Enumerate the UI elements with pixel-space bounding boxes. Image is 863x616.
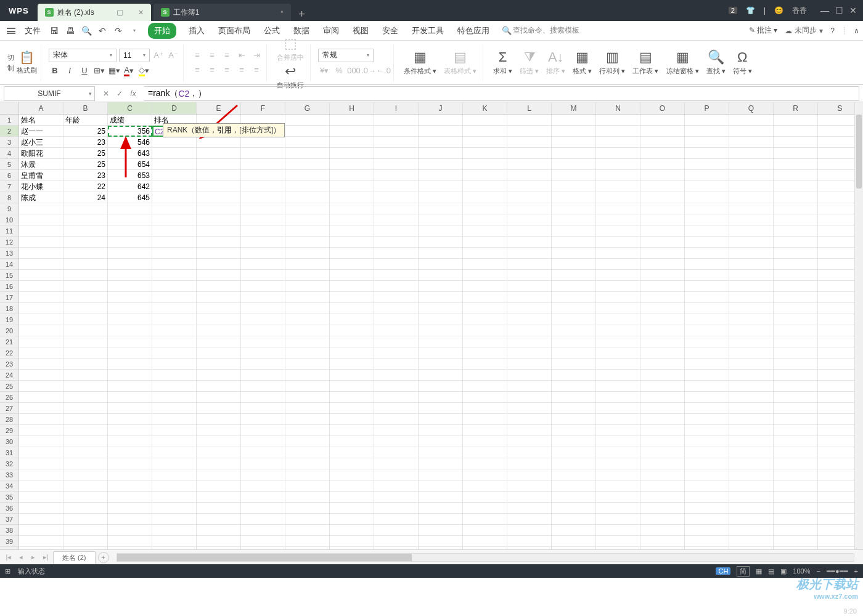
- cell-B1[interactable]: 年龄: [63, 115, 108, 126]
- cell-A21[interactable]: [19, 336, 63, 347]
- cell-N34[interactable]: [596, 480, 640, 492]
- cell-M25[interactable]: [552, 381, 596, 392]
- cell-N31[interactable]: [596, 447, 640, 458]
- cell-M33[interactable]: [552, 469, 596, 480]
- cell-I36[interactable]: [374, 503, 419, 514]
- cell-A24[interactable]: [19, 370, 63, 381]
- name-box[interactable]: SUMIF▾: [4, 86, 95, 101]
- row-header[interactable]: 21: [0, 336, 19, 347]
- cell-J7[interactable]: [419, 181, 463, 192]
- row-header[interactable]: 31: [0, 447, 19, 458]
- close-window-icon[interactable]: ✕: [849, 6, 857, 15]
- cell-I10[interactable]: [374, 214, 419, 225]
- cell-I13[interactable]: [374, 248, 419, 259]
- cell-D16[interactable]: [152, 281, 197, 292]
- cell-H3[interactable]: [330, 137, 374, 148]
- wps-small-icon[interactable]: ⊞: [5, 567, 10, 575]
- cell-A1[interactable]: 姓名: [19, 115, 63, 126]
- row-header[interactable]: 20: [0, 325, 19, 336]
- cell-R19[interactable]: [774, 314, 818, 325]
- search-icon[interactable]: 🔍: [502, 26, 512, 35]
- cell-B22[interactable]: [63, 347, 108, 359]
- cell-P13[interactable]: [685, 248, 729, 259]
- cell-J29[interactable]: [419, 425, 463, 436]
- cell-L1[interactable]: [507, 115, 552, 126]
- cell-H4[interactable]: [330, 148, 374, 159]
- cell-N28[interactable]: [596, 414, 640, 425]
- cell-I28[interactable]: [374, 414, 419, 425]
- cell-J24[interactable]: [419, 370, 463, 381]
- cell-A3[interactable]: 赵小三: [19, 137, 63, 148]
- cell-N14[interactable]: [596, 259, 640, 270]
- cell-Q36[interactable]: [729, 503, 774, 514]
- tab-devtools[interactable]: 开发工具: [411, 23, 445, 39]
- cell-N38[interactable]: [596, 525, 640, 536]
- maximize-icon[interactable]: ☐: [835, 6, 843, 15]
- cell-E32[interactable]: [197, 458, 241, 469]
- cell-R16[interactable]: [774, 281, 818, 292]
- row-header[interactable]: 25: [0, 381, 19, 392]
- cell-R36[interactable]: [774, 503, 818, 514]
- cell-H1[interactable]: [330, 115, 374, 126]
- cell-Q2[interactable]: [729, 126, 774, 137]
- cell-G14[interactable]: [285, 259, 330, 270]
- cell-J8[interactable]: [419, 192, 463, 203]
- cell-Q8[interactable]: [729, 192, 774, 203]
- dec-decimal-icon[interactable]: ←.0: [377, 65, 390, 77]
- cell-A35[interactable]: [19, 492, 63, 503]
- sheet-nav-first-icon[interactable]: |◂: [4, 553, 14, 561]
- cell-P40[interactable]: [685, 547, 729, 549]
- row-header[interactable]: 37: [0, 514, 19, 525]
- align-right-icon[interactable]: ≡: [221, 64, 233, 76]
- cell-P6[interactable]: [685, 170, 729, 181]
- cell-F21[interactable]: [241, 336, 285, 347]
- cell-E11[interactable]: [197, 225, 241, 237]
- cell-F39[interactable]: [241, 536, 285, 547]
- cell-I25[interactable]: [374, 381, 419, 392]
- cell-R8[interactable]: [774, 192, 818, 203]
- zoom-level[interactable]: 100%: [793, 567, 810, 575]
- cell-K21[interactable]: [463, 336, 507, 347]
- cell-G22[interactable]: [285, 347, 330, 359]
- cell-H38[interactable]: [330, 525, 374, 536]
- row-header[interactable]: 22: [0, 347, 19, 359]
- cell-K2[interactable]: [463, 126, 507, 137]
- col-header-G[interactable]: G: [285, 102, 330, 114]
- cell-B39[interactable]: [63, 536, 108, 547]
- cell-N27[interactable]: [596, 403, 640, 414]
- cell-G9[interactable]: [285, 203, 330, 214]
- cell-H8[interactable]: [330, 192, 374, 203]
- cell-C18[interactable]: [108, 303, 152, 314]
- col-header-F[interactable]: F: [241, 102, 285, 114]
- cell-G10[interactable]: [285, 214, 330, 225]
- cell-F25[interactable]: [241, 381, 285, 392]
- cell-G2[interactable]: [285, 126, 330, 137]
- cell-O35[interactable]: [640, 492, 685, 503]
- cell-K35[interactable]: [463, 492, 507, 503]
- cell-L15[interactable]: [507, 270, 552, 281]
- cell-G26[interactable]: [285, 392, 330, 403]
- cell-I4[interactable]: [374, 148, 419, 159]
- cell-I33[interactable]: [374, 469, 419, 480]
- cell-M14[interactable]: [552, 259, 596, 270]
- cell-E21[interactable]: [197, 336, 241, 347]
- cell-B27[interactable]: [63, 403, 108, 414]
- cell-E17[interactable]: [197, 292, 241, 303]
- tab-pagelayout[interactable]: 页面布局: [217, 23, 252, 39]
- cell-Q10[interactable]: [729, 214, 774, 225]
- cell-D36[interactable]: [152, 503, 197, 514]
- cell-H37[interactable]: [330, 514, 374, 525]
- cell-E39[interactable]: [197, 536, 241, 547]
- cell-N5[interactable]: [596, 159, 640, 170]
- cell-N9[interactable]: [596, 203, 640, 214]
- cell-D29[interactable]: [152, 425, 197, 436]
- cell-L21[interactable]: [507, 336, 552, 347]
- cell-Q18[interactable]: [729, 303, 774, 314]
- zoom-out-icon[interactable]: −: [816, 567, 820, 575]
- cell-J5[interactable]: [419, 159, 463, 170]
- cell-L37[interactable]: [507, 514, 552, 525]
- cell-P36[interactable]: [685, 503, 729, 514]
- cell-K3[interactable]: [463, 137, 507, 148]
- cell-P19[interactable]: [685, 314, 729, 325]
- cell-O17[interactable]: [640, 292, 685, 303]
